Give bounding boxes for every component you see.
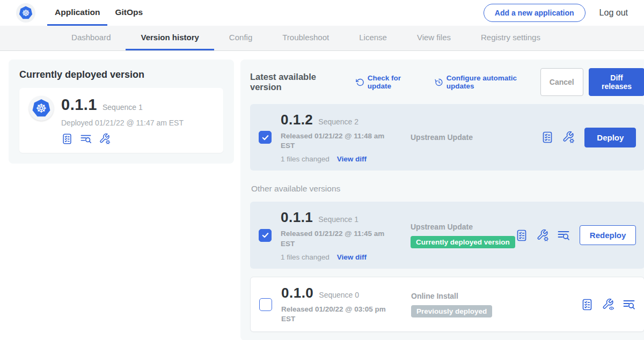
view-files-icon[interactable] bbox=[80, 133, 92, 145]
main-content: Currently deployed version 0.1.1 Sequenc… bbox=[0, 51, 644, 340]
configure-updates-label: Configure automatic updates bbox=[447, 74, 540, 90]
subnav-dashboard[interactable]: Dashboard bbox=[56, 26, 126, 50]
version-row-0-1-1: 0.1.1 Sequence 1 Released 01/21/22 @ 11:… bbox=[250, 202, 644, 268]
configure-updates-link[interactable]: Configure automatic updates bbox=[435, 74, 540, 90]
version-checkbox[interactable] bbox=[259, 298, 272, 311]
version-source: Upstream Update Currently deployed versi… bbox=[411, 223, 515, 248]
subnav-config[interactable]: Config bbox=[214, 26, 267, 50]
deployed-version-card: 0.1.1 Sequence 1 Deployed 01/21/22 @ 11:… bbox=[19, 88, 223, 153]
kubernetes-logo-icon bbox=[31, 98, 52, 119]
subnav-troubleshoot[interactable]: Troubleshoot bbox=[267, 26, 344, 50]
release-notes-icon[interactable] bbox=[61, 133, 73, 145]
deploy-button[interactable]: Deploy bbox=[584, 128, 636, 147]
edit-config-icon[interactable] bbox=[536, 229, 549, 242]
subnav-view-files[interactable]: View files bbox=[402, 26, 466, 50]
subnav-registry-settings[interactable]: Registry settings bbox=[466, 26, 555, 50]
source-label: Online Install bbox=[411, 292, 458, 300]
version-actions bbox=[541, 131, 575, 144]
released-timestamp: Released 01/21/22 @ 11:45 am EST bbox=[281, 229, 391, 248]
available-header: Latest available version Check for updat… bbox=[250, 68, 644, 96]
deployed-sequence: Sequence 1 bbox=[103, 103, 143, 112]
subnav-license[interactable]: License bbox=[344, 26, 402, 50]
version-actions bbox=[581, 298, 635, 311]
released-timestamp: Released 01/21/22 @ 11:48 am EST bbox=[281, 131, 391, 151]
top-header: Application GitOps Add a new application… bbox=[0, 0, 644, 26]
kubernetes-logo-icon bbox=[18, 5, 33, 20]
view-config-icon[interactable] bbox=[602, 298, 614, 311]
version-row-0-1-0: 0.1.0 Sequence 0 Released 01/20/22 @ 03:… bbox=[250, 277, 644, 332]
tab-application-label: Application bbox=[55, 8, 100, 17]
view-diff-link[interactable]: View diff bbox=[337, 155, 367, 163]
tab-application[interactable]: Application bbox=[47, 0, 107, 26]
diff-releases-button[interactable]: Diff releases bbox=[589, 68, 644, 96]
subnav-version-history[interactable]: Version history bbox=[126, 26, 214, 50]
tab-gitops-label: GitOps bbox=[115, 8, 143, 17]
auto-update-clock-icon bbox=[435, 78, 443, 87]
deployed-status-badge: Currently deployed version bbox=[411, 236, 515, 248]
version-source: Online Install Previously deployed bbox=[411, 292, 492, 317]
deployed-column: Currently deployed version 0.1.1 Sequenc… bbox=[9, 60, 234, 340]
check-icon bbox=[261, 231, 269, 239]
version-checkbox[interactable] bbox=[259, 229, 272, 242]
currently-deployed-card: Currently deployed version 0.1.1 Sequenc… bbox=[9, 60, 234, 164]
view-diff-link[interactable]: View diff bbox=[337, 253, 367, 261]
version-actions bbox=[515, 229, 570, 242]
refresh-icon bbox=[356, 78, 364, 87]
edit-config-icon[interactable] bbox=[562, 131, 575, 144]
version-sequence: Sequence 1 bbox=[318, 215, 358, 224]
available-versions-panel: Latest available version Check for updat… bbox=[240, 60, 644, 340]
view-files-icon[interactable] bbox=[623, 298, 635, 311]
app-logo[interactable] bbox=[16, 3, 35, 23]
released-timestamp: Released 01/20/22 @ 03:05 pm EST bbox=[281, 305, 391, 324]
check-for-update-label: Check for update bbox=[368, 74, 423, 90]
diff-actions: Cancel Diff releases bbox=[540, 68, 644, 96]
version-sequence: Sequence 0 bbox=[319, 291, 359, 299]
version-info: 0.1.2 Sequence 2 Released 01/21/22 @ 11:… bbox=[281, 112, 396, 163]
version-checkbox[interactable] bbox=[259, 131, 272, 144]
app-subnav: Dashboard Version history Config Trouble… bbox=[0, 26, 644, 51]
deployed-actions bbox=[61, 133, 184, 145]
version-row-0-1-2: 0.1.2 Sequence 2 Released 01/21/22 @ 11:… bbox=[250, 104, 644, 171]
logout-link[interactable]: Log out bbox=[599, 8, 628, 18]
kubernetes-logo-badge bbox=[29, 96, 54, 121]
release-notes-icon[interactable] bbox=[515, 229, 528, 242]
check-for-update-link[interactable]: Check for update bbox=[356, 74, 423, 90]
files-changed: 1 files changed bbox=[281, 155, 330, 163]
deployed-card-title: Currently deployed version bbox=[19, 69, 223, 80]
check-icon bbox=[261, 134, 269, 142]
version-source: Upstream Update bbox=[411, 133, 473, 142]
topbar-right: Add a new application Log out bbox=[484, 4, 628, 22]
deployed-version-info: 0.1.1 Sequence 1 Deployed 01/21/22 @ 11:… bbox=[61, 96, 184, 145]
other-versions-title: Other available versions bbox=[251, 184, 644, 194]
add-application-button[interactable]: Add a new application bbox=[484, 4, 586, 22]
tab-gitops[interactable]: GitOps bbox=[107, 0, 150, 26]
top-tabs: Application GitOps bbox=[47, 0, 150, 26]
version-info: 0.1.1 Sequence 1 Released 01/21/22 @ 11:… bbox=[281, 209, 396, 261]
version-info: 0.1.0 Sequence 0 Released 01/20/22 @ 03:… bbox=[281, 285, 396, 324]
version-number: 0.1.2 bbox=[281, 112, 313, 128]
deployed-timestamp: Deployed 01/21/22 @ 11:47 am EST bbox=[61, 119, 184, 127]
version-sequence: Sequence 2 bbox=[318, 117, 358, 126]
available-title: Latest available version bbox=[250, 72, 344, 92]
version-number: 0.1.1 bbox=[281, 209, 313, 226]
release-notes-icon[interactable] bbox=[541, 131, 554, 144]
source-label: Upstream Update bbox=[411, 223, 473, 231]
source-label: Upstream Update bbox=[411, 133, 473, 142]
deployed-status-badge: Previously deployed bbox=[411, 305, 492, 317]
edit-config-icon[interactable] bbox=[99, 133, 111, 145]
release-notes-icon[interactable] bbox=[581, 298, 594, 311]
view-files-icon[interactable] bbox=[557, 229, 570, 242]
files-changed: 1 files changed bbox=[281, 253, 330, 261]
version-number: 0.1.0 bbox=[281, 285, 313, 301]
redeploy-button[interactable]: Redeploy bbox=[580, 225, 636, 245]
cancel-button[interactable]: Cancel bbox=[540, 68, 583, 96]
deployed-version-number: 0.1.1 bbox=[61, 96, 97, 114]
